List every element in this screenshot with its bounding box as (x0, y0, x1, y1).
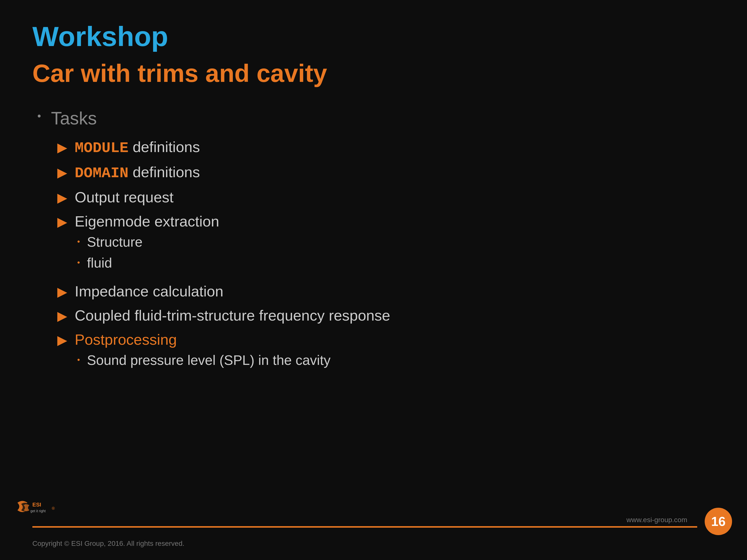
sub-sub-list: • Structure • fluid (57, 234, 219, 271)
arrow-bullet-icon: ▶ (57, 332, 67, 347)
page-number: 16 (705, 508, 732, 535)
slide-container: Workshop Car with trims and cavity • Tas… (0, 0, 747, 560)
svg-text:®: ® (52, 506, 55, 510)
item-text: DOMAIN definitions (75, 163, 200, 182)
tasks-label: Tasks (51, 108, 97, 128)
bullet-circle-icon: • (37, 110, 41, 122)
slide-subtitle: Car with trims and cavity (32, 58, 715, 88)
list-item: • Structure (77, 234, 219, 250)
esi-logo: ESI get it right ® (15, 495, 55, 520)
circle-bullet-icon: • (77, 355, 80, 364)
item-text: fluid (87, 255, 112, 271)
svg-text:ESI: ESI (32, 502, 41, 508)
item-text: Postprocessing (75, 331, 177, 348)
list-item: ▶ Output request (57, 189, 715, 206)
item-text: Coupled fluid-trim-structure frequency r… (75, 307, 390, 324)
arrow-bullet-icon: ▶ (57, 214, 67, 229)
item-text: Output request (75, 189, 174, 206)
arrow-bullet-icon: ▶ (57, 165, 67, 180)
domain-keyword: DOMAIN (75, 165, 128, 182)
item-suffix: definitions (133, 164, 200, 181)
item-text: MODULE definitions (75, 138, 200, 157)
item-wrapper: ▶ Postprocessing • Sound pressure level … (57, 331, 330, 373)
logo-area: ESI get it right ® (15, 495, 65, 525)
item-text: Sound pressure level (SPL) in the cavity (87, 352, 330, 368)
website-text: www.esi-group.com (626, 516, 687, 524)
circle-bullet-icon: • (77, 237, 80, 246)
item-suffix: definitions (133, 139, 200, 155)
list-item: ▶ Eigenmode extraction • Structure • flu… (57, 213, 715, 276)
list-item: ▶ DOMAIN definitions (57, 163, 715, 182)
list-item: ▶ Impedance calculation (57, 283, 715, 300)
arrow-bullet-icon: ▶ (57, 309, 67, 323)
slide-title: Workshop (32, 20, 715, 53)
footer-line (32, 526, 697, 528)
copyright-text: Copyright © ESI Group, 2016. All rights … (32, 540, 184, 548)
list-item: ▶ MODULE definitions (57, 138, 715, 157)
tasks-item: • Tasks (37, 108, 715, 128)
arrow-bullet-icon: ▶ (57, 140, 67, 155)
module-keyword: MODULE (75, 140, 128, 157)
circle-bullet-icon: • (77, 258, 80, 267)
arrow-bullet-icon: ▶ (57, 190, 67, 205)
item-text: Eigenmode extraction (75, 213, 219, 230)
arrow-bullet-icon: ▶ (57, 284, 67, 299)
content-area: • Tasks ▶ MODULE definitions ▶ DOMAIN de… (32, 108, 715, 373)
item-text: Impedance calculation (75, 283, 223, 300)
list-item: ▶ Postprocessing • Sound pressure level … (57, 331, 715, 373)
list-item: • fluid (77, 255, 219, 271)
svg-text:get it right: get it right (30, 509, 46, 513)
item-text: Structure (87, 234, 143, 250)
sub-list: ▶ MODULE definitions ▶ DOMAIN definition… (37, 138, 715, 373)
sub-sub-list: • Sound pressure level (SPL) in the cavi… (57, 352, 330, 368)
list-item: • Sound pressure level (SPL) in the cavi… (77, 352, 330, 368)
list-item: ▶ Coupled fluid-trim-structure frequency… (57, 307, 715, 324)
footer-area: ESI get it right ® Copyright © ESI Group… (0, 510, 747, 560)
item-wrapper: ▶ Eigenmode extraction • Structure • flu… (57, 213, 219, 276)
